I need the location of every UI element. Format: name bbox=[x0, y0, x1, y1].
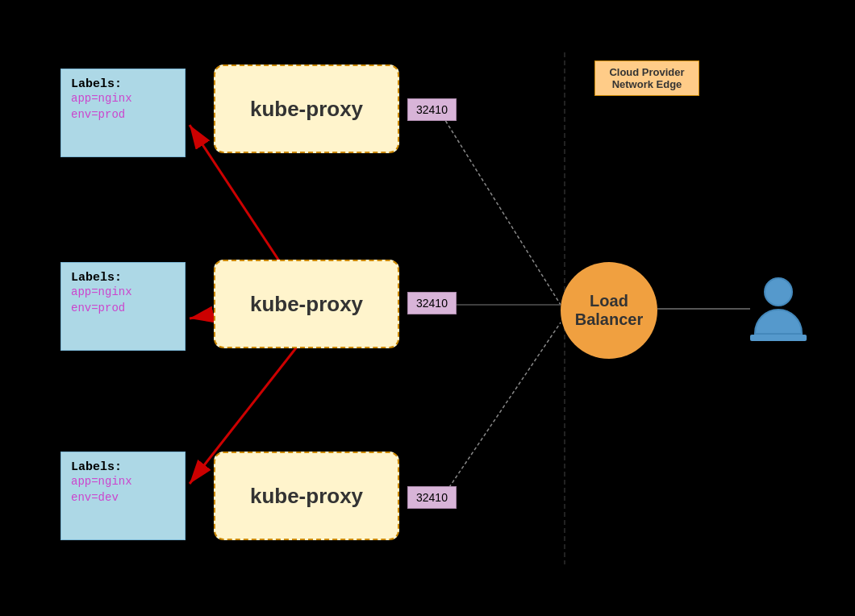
cloud-provider-box: Cloud Provider Network Edge bbox=[594, 60, 699, 96]
kube-proxy-box-3: kube-proxy bbox=[214, 452, 399, 540]
label-box-3: Labels: app=nginx env=dev bbox=[60, 452, 186, 540]
user-desk bbox=[750, 335, 807, 341]
label-box-2-title: Labels: bbox=[71, 271, 175, 285]
kube-proxy-3-label: kube-proxy bbox=[250, 484, 363, 509]
label-box-1-title: Labels: bbox=[71, 77, 175, 91]
kube-proxy-box-2: kube-proxy bbox=[214, 260, 399, 348]
port-badge-3: 32410 bbox=[407, 486, 457, 509]
load-balancer: Load Balancer bbox=[561, 262, 657, 359]
user-body bbox=[754, 309, 803, 335]
label-box-2: Labels: app=nginx env=prod bbox=[60, 262, 186, 351]
cloud-provider-line1: Cloud Provider bbox=[603, 66, 690, 78]
svg-line-4 bbox=[440, 111, 561, 305]
user-icon bbox=[742, 273, 815, 345]
kube-proxy-box-1: kube-proxy bbox=[214, 65, 399, 153]
user-head bbox=[764, 277, 793, 306]
label-box-2-values: app=nginx env=prod bbox=[71, 285, 175, 316]
kube-proxy-1-label: kube-proxy bbox=[250, 97, 363, 122]
svg-line-6 bbox=[440, 323, 561, 502]
load-balancer-label: Load Balancer bbox=[575, 292, 644, 329]
diagram-container: Labels: app=nginx env=prod Labels: app=n… bbox=[0, 0, 855, 616]
port-badge-1: 32410 bbox=[407, 98, 457, 121]
label-box-1: Labels: app=nginx env=prod bbox=[60, 69, 186, 157]
label-box-3-title: Labels: bbox=[71, 460, 175, 474]
port-badge-2: 32410 bbox=[407, 292, 457, 314]
label-box-1-values: app=nginx env=prod bbox=[71, 91, 175, 123]
cloud-provider-line2: Network Edge bbox=[603, 78, 690, 90]
kube-proxy-2-label: kube-proxy bbox=[250, 292, 363, 317]
label-box-3-values: app=nginx env=dev bbox=[71, 474, 175, 506]
